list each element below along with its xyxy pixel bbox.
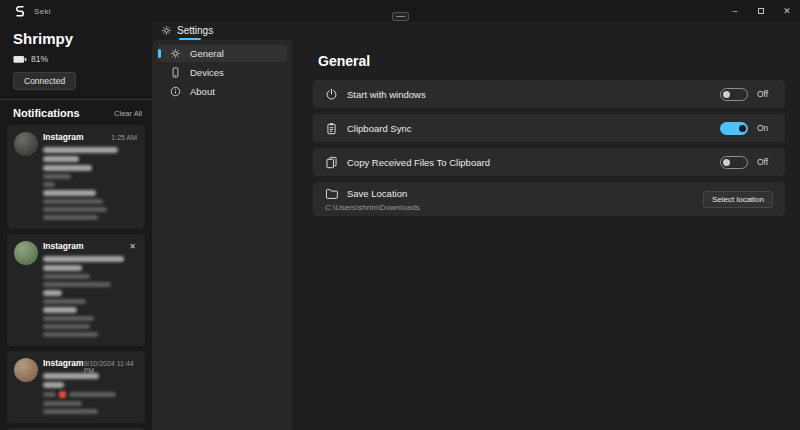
notification-card[interactable]: Instagram9/10/2024 11:44 PM bbox=[7, 351, 145, 423]
copy-file-icon bbox=[325, 156, 338, 169]
settings-nav: General Devices About bbox=[152, 40, 292, 430]
blurred-text bbox=[43, 307, 77, 313]
minimize-button[interactable]: – bbox=[722, 0, 748, 22]
power-icon bbox=[325, 88, 338, 101]
avatar bbox=[14, 241, 38, 265]
blurred-text bbox=[43, 373, 99, 379]
nav-item-general[interactable]: General bbox=[157, 45, 287, 62]
close-button[interactable]: ✕ bbox=[774, 0, 800, 22]
device-sidebar: Shrimpy 81% Connected Notifications Clea… bbox=[0, 22, 152, 430]
blurred-text bbox=[43, 147, 118, 153]
blurred-text bbox=[43, 207, 107, 212]
notification-list: Instagram1:25 AMInstagram✕Instagram9/10/… bbox=[0, 125, 152, 430]
nav-item-label: Devices bbox=[190, 67, 224, 78]
toggle-start-with-windows[interactable] bbox=[720, 88, 748, 101]
notification-app-name: Instagram bbox=[43, 358, 84, 368]
blurred-text bbox=[43, 165, 92, 171]
battery-icon bbox=[13, 55, 27, 64]
app-logo-icon bbox=[14, 5, 26, 17]
gear-icon bbox=[161, 25, 172, 36]
notification-app-name: Instagram bbox=[43, 241, 84, 251]
clipboard-icon bbox=[325, 122, 338, 135]
toggle-knob bbox=[723, 159, 730, 166]
notifications-header: Notifications Clear All bbox=[13, 107, 142, 119]
phone-icon bbox=[170, 67, 181, 78]
notification-app-name: Instagram bbox=[43, 132, 84, 142]
notification-timestamp: 9/10/2024 11:44 PM bbox=[84, 360, 137, 374]
notification-header: Instagram9/10/2024 11:44 PM bbox=[43, 358, 137, 369]
maximize-button[interactable] bbox=[748, 0, 774, 22]
gear-icon bbox=[170, 48, 181, 59]
blurred-text bbox=[69, 392, 116, 397]
notification-blurred-content bbox=[43, 256, 137, 337]
avatar bbox=[14, 132, 38, 156]
notification-blurred-content bbox=[43, 373, 137, 414]
blurred-text bbox=[43, 282, 111, 287]
blurred-text bbox=[43, 382, 64, 388]
reaction-emoji-icon bbox=[59, 391, 66, 398]
settings-content: General Start with windows Off bbox=[292, 40, 800, 430]
blurred-text bbox=[43, 265, 82, 271]
blurred-text bbox=[43, 409, 98, 414]
setting-row-copy-received-files: Copy Received Files To Clipboard Off bbox=[313, 148, 785, 176]
tab-settings[interactable]: Settings bbox=[159, 23, 217, 40]
select-location-button[interactable]: Select location bbox=[703, 191, 773, 208]
setting-row-clipboard-sync: Clipboard Sync On bbox=[313, 114, 785, 142]
blurred-text bbox=[43, 316, 94, 321]
avatar bbox=[14, 358, 38, 382]
toggle-state-label: Off bbox=[757, 89, 773, 99]
blurred-text bbox=[43, 392, 56, 397]
blurred-text bbox=[43, 256, 124, 262]
notification-timestamp: 1:25 AM bbox=[111, 134, 137, 141]
drag-handle[interactable] bbox=[392, 12, 409, 21]
toggle-state-label: Off bbox=[757, 157, 773, 167]
toggle-knob bbox=[723, 91, 730, 98]
notification-card[interactable]: Instagram1:25 AM bbox=[7, 125, 145, 229]
clear-all-link[interactable]: Clear All bbox=[114, 109, 142, 118]
blurred-text bbox=[43, 299, 86, 304]
toggle-clipboard-sync[interactable] bbox=[720, 122, 748, 135]
selected-indicator bbox=[158, 49, 161, 58]
nav-item-devices[interactable]: Devices bbox=[157, 64, 287, 81]
folder-icon bbox=[325, 187, 338, 200]
connection-status-button[interactable]: Connected bbox=[13, 72, 76, 90]
nav-item-label: General bbox=[190, 48, 224, 59]
battery-percent: 81% bbox=[31, 54, 48, 64]
setting-label: Start with windows bbox=[347, 89, 426, 100]
tab-strip: Settings bbox=[152, 22, 800, 40]
notification-header: Instagram✕ bbox=[43, 241, 137, 252]
notification-header: Instagram1:25 AM bbox=[43, 132, 137, 143]
blurred-text bbox=[43, 274, 90, 279]
setting-label: Clipboard Sync bbox=[347, 123, 411, 134]
close-notification-button[interactable]: ✕ bbox=[128, 243, 137, 251]
toggle-knob bbox=[739, 125, 746, 132]
notifications-title: Notifications bbox=[13, 107, 80, 119]
info-icon bbox=[170, 86, 181, 97]
blurred-text bbox=[43, 156, 79, 162]
maximize-icon bbox=[758, 8, 764, 14]
setting-row-start-with-windows: Start with windows Off bbox=[313, 80, 785, 108]
blurred-text bbox=[43, 190, 96, 196]
battery-status: 81% bbox=[13, 54, 152, 64]
nav-item-about[interactable]: About bbox=[157, 83, 287, 100]
save-location-path: C:\Users\shrim\Downloads bbox=[325, 203, 703, 212]
toggle-state-label: On bbox=[757, 123, 773, 133]
blurred-text bbox=[43, 215, 98, 220]
nav-item-label: About bbox=[190, 86, 215, 97]
window-controls: – ✕ bbox=[722, 0, 800, 22]
notification-card[interactable]: Instagram✕ bbox=[7, 234, 145, 346]
blurred-reaction-line bbox=[43, 391, 137, 398]
toggle-copy-received-files[interactable] bbox=[720, 156, 748, 169]
blurred-text bbox=[43, 324, 90, 329]
page-title: General bbox=[318, 53, 800, 69]
divider bbox=[0, 99, 152, 100]
blurred-text bbox=[43, 199, 103, 204]
device-name: Shrimpy bbox=[13, 30, 152, 47]
notification-blurred-content bbox=[43, 147, 137, 220]
blurred-text bbox=[43, 182, 55, 187]
blurred-text bbox=[43, 290, 62, 296]
blurred-text bbox=[43, 174, 71, 179]
app-window: Seki – ✕ Shrimpy 81% Connected Notificat… bbox=[0, 0, 800, 430]
tab-settings-label: Settings bbox=[177, 25, 213, 36]
setting-label: Copy Received Files To Clipboard bbox=[347, 157, 490, 168]
